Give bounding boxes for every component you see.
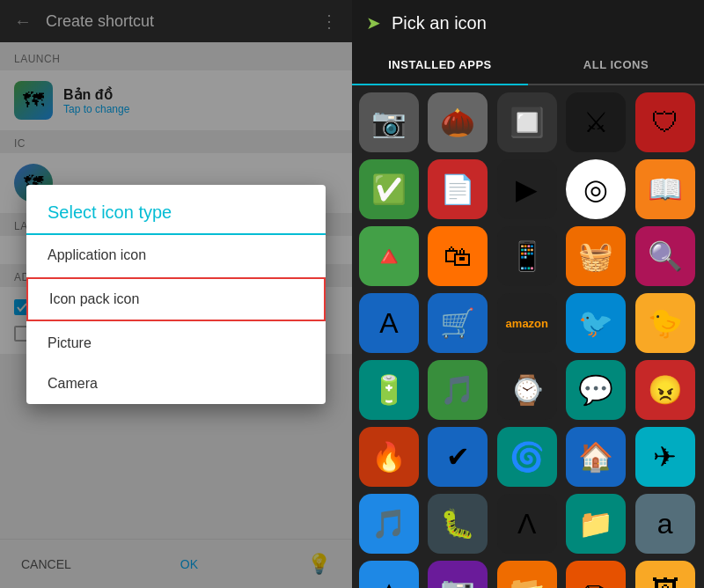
app-icon-14[interactable]: 🔍	[635, 226, 695, 286]
app-icon-10[interactable]: 🔺	[359, 226, 419, 286]
app-icon-31[interactable]: 🐛	[428, 494, 488, 554]
app-icon-19[interactable]: 🐤	[635, 293, 695, 353]
app-icon-29[interactable]: ✈	[635, 427, 695, 487]
app-icon-18[interactable]: 🐦	[566, 293, 626, 353]
modal-item-icon-pack[interactable]: Icon pack icon	[26, 277, 326, 321]
tabs: INSTALLED APPS ALL ICONS	[352, 46, 704, 85]
icon-grid: 📷🌰🔲⚔🛡✅📄▶◎📖🔺🛍📱🧺🔍A🛒amazon🐦🐤🔋🎵⌚💬😠🔥✔🌀🏠✈🎵🐛Λ📁a…	[352, 85, 704, 588]
app-icon-8[interactable]: ◎	[566, 159, 626, 219]
app-icon-9[interactable]: 📖	[635, 159, 695, 219]
right-header: ➤ Pick an icon	[352, 0, 704, 46]
app-icon-0[interactable]: 📷	[359, 92, 419, 152]
app-icon-3[interactable]: ⚔	[566, 92, 626, 152]
tab-all-icons[interactable]: ALL ICONS	[528, 46, 704, 84]
app-icon-39[interactable]: 🖼	[635, 561, 695, 588]
pick-icon-arrow: ➤	[366, 12, 381, 33]
app-icon-21[interactable]: 🎵	[428, 360, 488, 420]
app-icon-1[interactable]: 🌰	[428, 92, 488, 152]
app-icon-35[interactable]: ▲	[359, 561, 419, 588]
app-icon-24[interactable]: 😠	[635, 360, 695, 420]
modal-dialog: Select icon type Application icon Icon p…	[26, 185, 326, 404]
app-icon-16[interactable]: 🛒	[428, 293, 488, 353]
app-icon-15[interactable]: A	[359, 293, 419, 353]
app-icon-5[interactable]: ✅	[359, 159, 419, 219]
modal-title: Select icon type	[26, 185, 326, 235]
modal-overlay: Select icon type Application icon Icon p…	[0, 0, 352, 588]
modal-item-application-icon[interactable]: Application icon	[26, 235, 326, 276]
app-icon-23[interactable]: 💬	[566, 360, 626, 420]
app-icon-12[interactable]: 📱	[497, 226, 557, 286]
left-panel: ← Create shortcut ⋮ LAUNCH 🗺 Bản đồ Tap …	[0, 0, 352, 588]
app-icon-30[interactable]: 🎵	[359, 494, 419, 554]
app-icon-25[interactable]: 🔥	[359, 427, 419, 487]
app-icon-28[interactable]: 🏠	[566, 427, 626, 487]
app-icon-32[interactable]: Λ	[497, 494, 557, 554]
right-panel: ➤ Pick an icon INSTALLED APPS ALL ICONS …	[352, 0, 704, 588]
app-icon-37[interactable]: 📂	[497, 561, 557, 588]
app-icon-7[interactable]: ▶	[497, 159, 557, 219]
app-icon-13[interactable]: 🧺	[566, 226, 626, 286]
app-icon-11[interactable]: 🛍	[428, 226, 488, 286]
app-icon-34[interactable]: a	[635, 494, 695, 554]
tab-installed-apps[interactable]: INSTALLED APPS	[352, 46, 528, 84]
app-icon-2[interactable]: 🔲	[497, 92, 557, 152]
modal-item-picture[interactable]: Picture	[26, 323, 326, 364]
app-icon-36[interactable]: 📷	[428, 561, 488, 588]
app-icon-27[interactable]: 🌀	[497, 427, 557, 487]
app-icon-38[interactable]: ✏	[566, 561, 626, 588]
app-icon-6[interactable]: 📄	[428, 159, 488, 219]
modal-item-camera[interactable]: Camera	[26, 364, 326, 404]
pick-icon-title: Pick an icon	[392, 13, 487, 33]
app-icon-17[interactable]: amazon	[497, 293, 557, 353]
app-icon-26[interactable]: ✔	[428, 427, 488, 487]
app-icon-20[interactable]: 🔋	[359, 360, 419, 420]
app-icon-4[interactable]: 🛡	[635, 92, 695, 152]
app-icon-22[interactable]: ⌚	[497, 360, 557, 420]
app-icon-33[interactable]: 📁	[566, 494, 626, 554]
